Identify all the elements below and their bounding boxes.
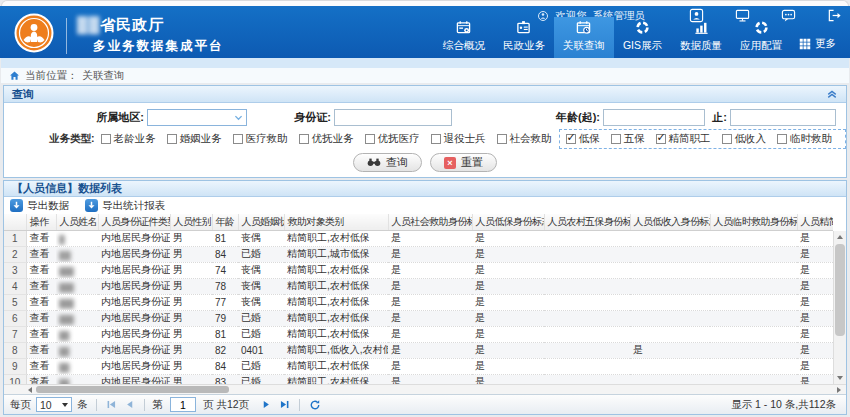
view-detail-link[interactable]: 查看 xyxy=(30,312,50,323)
checkbox-五保[interactable]: 五保 xyxy=(611,132,645,146)
checkbox-box[interactable] xyxy=(233,134,243,144)
view-detail-link[interactable]: 查看 xyxy=(30,360,50,371)
cell-category: 精简职工,农村低保 xyxy=(284,278,388,294)
last-page-button[interactable] xyxy=(278,398,291,411)
scroll-up-button[interactable] xyxy=(834,231,846,243)
view-detail-link[interactable]: 查看 xyxy=(30,296,50,307)
checkbox-婚姻业务[interactable]: 婚姻业务 xyxy=(167,132,222,146)
nav-item-more[interactable]: 更多 xyxy=(791,37,846,58)
column-header-人员身份证件类型[interactable]: 人员身份证件类型 xyxy=(98,214,170,230)
nav-item-应用配置[interactable]: 应用配置 xyxy=(731,17,791,58)
cell-marital: 已婚 xyxy=(238,326,284,342)
cell-gender: 男 xyxy=(170,326,212,342)
checkbox-box[interactable] xyxy=(656,134,666,144)
view-detail-link[interactable]: 查看 xyxy=(30,344,50,355)
horizontal-scroll-thumb[interactable] xyxy=(36,386,229,393)
checkbox-label: 优抚业务 xyxy=(312,132,354,146)
per-page-select[interactable]: 10 xyxy=(36,397,72,412)
checkbox-box[interactable] xyxy=(722,134,732,144)
checkbox-box[interactable] xyxy=(299,134,309,144)
cell-dibao-flag: 是 xyxy=(472,342,544,358)
column-header-人员姓名[interactable]: 人员姓名 xyxy=(56,214,98,230)
column-header-人员农村五保身份标志[interactable]: 人员农村五保身份标志 xyxy=(544,214,630,230)
header-sub-strip xyxy=(1,58,849,68)
checkbox-box[interactable] xyxy=(167,134,177,144)
prev-page-button[interactable] xyxy=(123,398,136,411)
cell-rownum: 3 xyxy=(4,262,26,278)
column-header-人员社会救助身份标志[interactable]: 人员社会救助身份标志 xyxy=(388,214,472,230)
id-card-input[interactable] xyxy=(334,109,452,126)
view-detail-link[interactable]: 查看 xyxy=(30,280,50,291)
checkbox-box[interactable] xyxy=(497,134,507,144)
more-label: 更多 xyxy=(815,37,836,51)
age-from-input[interactable] xyxy=(603,109,705,126)
view-detail-link[interactable]: 查看 xyxy=(30,264,50,275)
checkbox-box[interactable] xyxy=(101,134,111,144)
checkbox-医疗救助[interactable]: 医疗救助 xyxy=(233,132,288,146)
vertical-scrollbar[interactable] xyxy=(833,231,846,384)
page-number-input[interactable] xyxy=(170,397,196,412)
column-header-人员性别[interactable]: 人员性别 xyxy=(170,214,212,230)
home-icon xyxy=(9,70,20,81)
nav-item-综合概况[interactable]: 综合概况 xyxy=(434,17,494,58)
column-header-人员低收入身份标志[interactable]: 人员低收入身份标志 xyxy=(630,214,710,230)
next-page-button[interactable] xyxy=(260,398,273,411)
age-to-input[interactable] xyxy=(730,109,836,126)
checkbox-低收入[interactable]: 低收入 xyxy=(722,132,767,146)
view-detail-link[interactable]: 查看 xyxy=(30,232,50,243)
column-header-人员临时救助身份标志[interactable]: 人员临时救助身份标志 xyxy=(710,214,797,230)
view-detail-link[interactable]: 查看 xyxy=(30,328,50,339)
checkbox-社会救助[interactable]: 社会救助 xyxy=(497,132,552,146)
scroll-down-button[interactable] xyxy=(834,372,846,384)
cell-marital: 已婚 xyxy=(238,358,284,374)
cell-dibao-flag: 是 xyxy=(472,294,544,310)
export-report-button[interactable]: 导出统计报表 xyxy=(85,199,165,213)
org-title: ██省民政厅 xyxy=(77,16,224,35)
nav-item-数据质量[interactable]: 数据质量 xyxy=(671,17,731,58)
column-header-人员低保身份标志[interactable]: 人员低保身份标志 xyxy=(472,214,544,230)
checkbox-label: 低保 xyxy=(579,132,600,146)
column-header-人员精简职工[interactable]: 人员精简职工 xyxy=(797,214,833,230)
table-row: 5查看███内地居民身份证男77丧偶精简职工,农村低保是是是 xyxy=(4,294,833,310)
checkbox-box[interactable] xyxy=(611,134,621,144)
view-detail-link[interactable]: 查看 xyxy=(30,376,50,384)
scroll-right-button[interactable] xyxy=(833,385,845,394)
checkbox-优抚医疗[interactable]: 优抚医疗 xyxy=(365,132,420,146)
cell-category: 精简职工,农村低保 xyxy=(284,262,388,278)
vertical-scroll-thumb[interactable] xyxy=(835,244,845,336)
reset-button[interactable]: × 重置 xyxy=(430,153,497,172)
collapse-panel-icon[interactable] xyxy=(826,88,838,100)
first-page-button[interactable] xyxy=(105,398,118,411)
horizontal-scrollbar[interactable] xyxy=(4,384,846,394)
checkbox-退役士兵[interactable]: 退役士兵 xyxy=(431,132,486,146)
column-header-人员婚姻状况[interactable]: 人员婚姻状况 xyxy=(238,214,284,230)
view-detail-link[interactable]: 查看 xyxy=(30,248,50,259)
checkbox-box[interactable] xyxy=(566,134,576,144)
nav-item-民政业务[interactable]: 民政业务 xyxy=(494,17,554,58)
column-header-救助对象类别[interactable]: 救助对象类别 xyxy=(284,214,388,230)
column-header-年龄[interactable]: 年龄 xyxy=(212,214,238,230)
checkbox-优抚业务[interactable]: 优抚业务 xyxy=(299,132,354,146)
column-header-操作[interactable]: 操作 xyxy=(26,214,56,230)
refresh-button[interactable] xyxy=(308,398,321,411)
cell-rownum: 7 xyxy=(4,326,26,342)
cell-age: 79 xyxy=(212,310,238,326)
checkbox-box[interactable] xyxy=(777,134,787,144)
nav-item-关联查询[interactable]: 关联查询 xyxy=(554,17,614,58)
cell-marital: 已婚 xyxy=(238,246,284,262)
checkbox-精简职工[interactable]: 精简职工 xyxy=(656,132,711,146)
search-button[interactable]: 查询 xyxy=(353,153,422,172)
cell-wubao-flag xyxy=(544,294,630,310)
checkbox-临时救助[interactable]: 临时救助 xyxy=(777,132,832,146)
checkbox-低保[interactable]: 低保 xyxy=(566,132,600,146)
checkbox-box[interactable] xyxy=(365,134,375,144)
region-select[interactable] xyxy=(147,109,247,126)
checkbox-box[interactable] xyxy=(431,134,441,144)
nav-item-GIS展示[interactable]: GIS展示 xyxy=(614,17,671,58)
checkbox-老龄业务[interactable]: 老龄业务 xyxy=(101,132,156,146)
scroll-left-button[interactable] xyxy=(24,385,36,394)
export-data-button[interactable]: 导出数据 xyxy=(10,199,69,213)
nav-item-label: 民政业务 xyxy=(503,39,545,53)
logout-icon[interactable] xyxy=(827,8,842,23)
breadcrumb-current[interactable]: 关联查询 xyxy=(83,69,125,83)
